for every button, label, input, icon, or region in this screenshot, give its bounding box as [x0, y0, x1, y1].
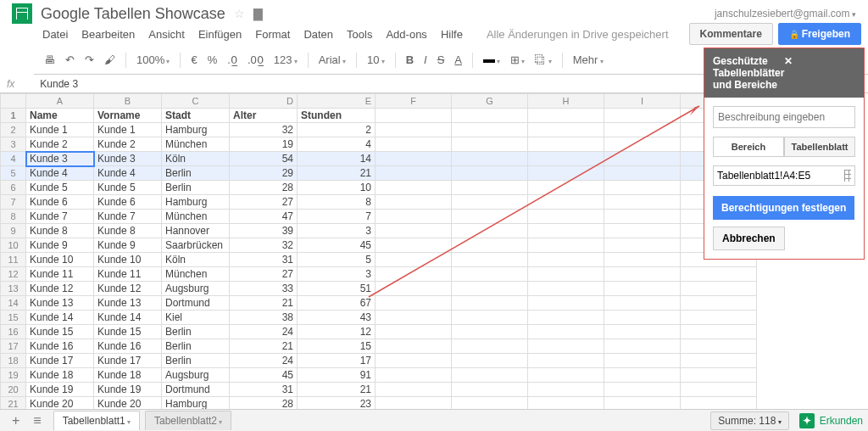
fill-color-icon[interactable]	[480, 52, 504, 68]
cell[interactable]: 91	[298, 368, 376, 383]
cell[interactable]	[681, 383, 757, 397]
menu-datei[interactable]: Datei	[42, 28, 68, 41]
cell[interactable]: Kiel	[162, 311, 230, 325]
cell[interactable]: Berlin	[162, 325, 230, 339]
cell[interactable]	[452, 238, 528, 253]
cell[interactable]	[528, 383, 604, 397]
strike-icon[interactable]: S	[434, 52, 448, 68]
cell[interactable]: München	[162, 267, 230, 282]
cell[interactable]	[376, 195, 452, 210]
spreadsheet-grid[interactable]: ABCDEFGHIJ1NameVornameStadtAlterStunden2…	[0, 93, 757, 409]
explore-button[interactable]: ✦Erkunden	[799, 413, 863, 428]
cell[interactable]: 28	[230, 397, 298, 410]
select-range-icon[interactable]	[844, 170, 851, 182]
cell[interactable]: Kunde 3	[26, 152, 94, 166]
cell[interactable]	[452, 137, 528, 152]
cell[interactable]	[604, 210, 681, 224]
row-header[interactable]: 16	[1, 325, 26, 339]
cell[interactable]	[604, 267, 681, 282]
menu-hilfe[interactable]: Hilfe	[441, 28, 463, 41]
cell[interactable]	[528, 152, 604, 166]
cell[interactable]: 3	[298, 224, 376, 238]
cell[interactable]: 31	[230, 253, 298, 267]
print-icon[interactable]: 🖶	[41, 52, 58, 68]
cell[interactable]: Kunde 14	[94, 311, 162, 325]
undo-icon[interactable]: ↶	[62, 52, 78, 68]
cell[interactable]: Kunde 2	[26, 137, 94, 152]
quick-sum[interactable]: Summe: 118	[710, 411, 788, 430]
cell[interactable]	[376, 152, 452, 166]
borders-icon[interactable]: ⊞	[507, 52, 528, 68]
cell[interactable]: Kunde 16	[94, 339, 162, 354]
cell[interactable]	[452, 152, 528, 166]
cell[interactable]: 24	[230, 325, 298, 339]
cell[interactable]: 21	[230, 296, 298, 311]
cell[interactable]	[681, 282, 757, 296]
cell[interactable]: Kunde 11	[26, 267, 94, 282]
cell[interactable]	[528, 195, 604, 210]
cell[interactable]: 2	[298, 123, 376, 137]
cell[interactable]	[604, 354, 681, 368]
cell[interactable]: Hamburg	[162, 397, 230, 410]
col-header[interactable]: A	[26, 94, 94, 109]
cell[interactable]: 27	[230, 195, 298, 210]
cell[interactable]: 45	[230, 368, 298, 383]
cell[interactable]: Name	[26, 109, 94, 123]
cell[interactable]: Kunde 6	[94, 195, 162, 210]
cell[interactable]	[376, 325, 452, 339]
cell[interactable]: Hamburg	[162, 123, 230, 137]
tab-range[interactable]: Bereich	[713, 137, 784, 157]
cell[interactable]: Kunde 1	[94, 123, 162, 137]
cell[interactable]: Berlin	[162, 354, 230, 368]
cell[interactable]	[452, 253, 528, 267]
cell[interactable]: 17	[298, 354, 376, 368]
cell[interactable]: Kunde 10	[94, 253, 162, 267]
cell[interactable]	[528, 354, 604, 368]
cell[interactable]	[376, 296, 452, 311]
cell[interactable]: Kunde 9	[26, 238, 94, 253]
row-header[interactable]: 6	[1, 181, 26, 195]
document-title[interactable]: Google Tabellen Showcase	[41, 5, 225, 23]
cell[interactable]	[376, 383, 452, 397]
row-header[interactable]: 19	[1, 368, 26, 383]
cell[interactable]	[528, 282, 604, 296]
cell[interactable]: Kunde 7	[94, 210, 162, 224]
cell[interactable]	[528, 181, 604, 195]
cell[interactable]: 33	[230, 282, 298, 296]
cell[interactable]	[452, 267, 528, 282]
row-header[interactable]: 10	[1, 238, 26, 253]
bold-icon[interactable]: B	[403, 52, 417, 68]
row-header[interactable]: 11	[1, 253, 26, 267]
cell[interactable]: Vorname	[94, 109, 162, 123]
cell[interactable]	[604, 166, 681, 181]
cell[interactable]: München	[162, 137, 230, 152]
cell[interactable]: Kunde 15	[94, 325, 162, 339]
cell[interactable]	[604, 325, 681, 339]
paint-format-icon[interactable]: 🖌	[101, 52, 119, 68]
cell[interactable]: 28	[230, 181, 298, 195]
cell[interactable]: Saarbrücken	[162, 238, 230, 253]
cell[interactable]	[528, 311, 604, 325]
cell[interactable]: 10	[298, 181, 376, 195]
cell[interactable]: Stunden	[298, 109, 376, 123]
cell[interactable]	[376, 224, 452, 238]
zoom-dropdown[interactable]: 100%	[133, 52, 173, 68]
cell[interactable]: 38	[230, 311, 298, 325]
cell[interactable]	[604, 296, 681, 311]
row-header[interactable]: 7	[1, 195, 26, 210]
cell[interactable]: Stadt	[162, 109, 230, 123]
cancel-button[interactable]: Abbrechen	[713, 227, 785, 250]
cell[interactable]: Kunde 5	[94, 181, 162, 195]
cell[interactable]	[376, 109, 452, 123]
cell[interactable]	[376, 282, 452, 296]
cell[interactable]	[376, 397, 452, 410]
cell[interactable]: Berlin	[162, 339, 230, 354]
cell[interactable]: 54	[230, 152, 298, 166]
row-header[interactable]: 3	[1, 137, 26, 152]
cell[interactable]	[452, 224, 528, 238]
cell[interactable]	[452, 195, 528, 210]
cell[interactable]	[681, 339, 757, 354]
col-header[interactable]: E	[298, 94, 376, 109]
add-sheet-icon[interactable]: +	[5, 410, 26, 432]
cell[interactable]	[376, 368, 452, 383]
